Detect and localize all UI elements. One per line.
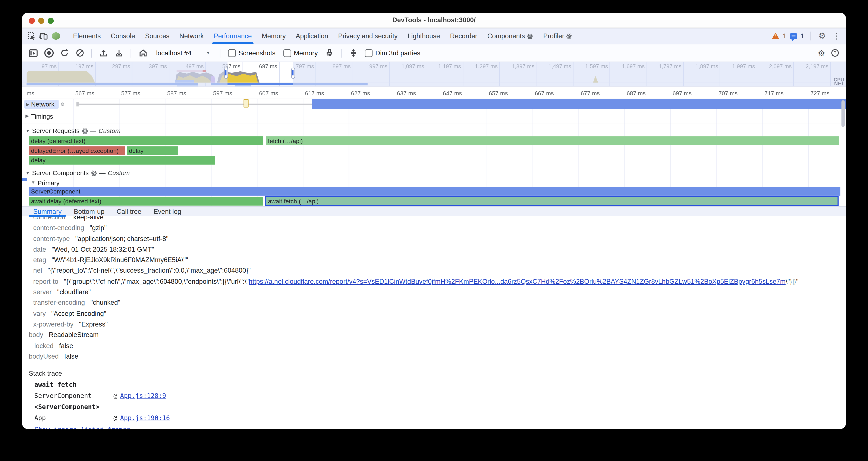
ruler-tick: 637 ms xyxy=(397,90,416,96)
network-track[interactable]: ▶ Network xyxy=(22,99,846,110)
chevron-down-icon: ▼ xyxy=(206,51,210,55)
screenshots-checkbox[interactable]: Screenshots xyxy=(225,49,278,57)
issues-icon[interactable] xyxy=(790,33,797,39)
screen: DevTools - localhost:3000/ ElementsConso… xyxy=(0,0,868,461)
tab-profiler[interactable]: Profiler xyxy=(538,28,578,44)
dash: — xyxy=(90,127,96,134)
property-value: false xyxy=(59,342,73,349)
tab-recorder[interactable]: Recorder xyxy=(445,28,483,44)
clear-icon[interactable] xyxy=(73,47,86,59)
history-select-value: localhost #4 xyxy=(156,49,192,57)
network-queued-marker[interactable] xyxy=(244,99,248,108)
help-icon[interactable]: ? xyxy=(828,47,841,59)
summary-pane: connection"keep-alive"content-encoding"g… xyxy=(22,216,846,429)
inspect-element-icon[interactable] xyxy=(25,31,38,42)
show-ignore-listed-frames-link[interactable]: Show ignore-listed frames xyxy=(34,426,130,429)
save-profile-icon[interactable] xyxy=(112,47,126,59)
svg-text:?: ? xyxy=(833,50,836,56)
divider xyxy=(341,49,342,57)
property-key: vary xyxy=(33,310,46,317)
kebab-menu-icon[interactable]: ⋮ xyxy=(831,31,842,41)
property-value: "gzip" xyxy=(90,224,106,232)
flame-bar[interactable]: delay (deferred text) xyxy=(29,137,263,145)
property-key: date xyxy=(33,246,46,253)
expand-triangle-icon[interactable]: ▼ xyxy=(25,128,30,133)
flame-bar[interactable]: delay xyxy=(127,146,178,155)
server-requests-track-header[interactable]: ▼ Server Requests — Custom xyxy=(22,126,846,135)
flame-bar[interactable]: delay xyxy=(29,156,215,165)
tab-performance[interactable]: Performance xyxy=(209,28,257,44)
tab-console[interactable]: Console xyxy=(106,28,140,44)
device-toolbar-icon[interactable] xyxy=(38,31,50,42)
property-row: etag"W/\"4b1-RjEJloX9kRinu6F0MAZMmy6E5iA… xyxy=(22,255,846,266)
property-row: server"cloudflare" xyxy=(22,287,846,298)
flamechart-tracks: ▶ Network ▶ Timings ▼ Server Requests — xyxy=(22,99,846,206)
frame-function: <ServerComponent> xyxy=(34,401,114,412)
tab-lighthouse[interactable]: Lighthouse xyxy=(403,28,445,44)
selection-handle-left[interactable] xyxy=(224,67,228,79)
warning-icon[interactable] xyxy=(772,33,779,39)
collect-garbage-icon[interactable] xyxy=(323,47,336,59)
history-select[interactable]: localhost #4 ▼ xyxy=(152,49,215,57)
collapse-triangle-icon[interactable]: ▶ xyxy=(25,114,29,118)
tab-application[interactable]: Application xyxy=(291,28,333,44)
details-tab-summary[interactable]: Summary xyxy=(28,207,67,216)
ruler-tick: 697 ms xyxy=(673,90,691,96)
tab-elements[interactable]: Elements xyxy=(68,28,106,44)
tab-components[interactable]: Components xyxy=(482,28,538,44)
collapse-triangle-icon[interactable]: ▶ xyxy=(26,102,29,107)
ruler-tick: 567 ms xyxy=(75,90,94,96)
memory-checkbox[interactable]: Memory xyxy=(280,49,320,57)
details-tab-event-log[interactable]: Event log xyxy=(148,207,187,216)
flamechart-settings-icon[interactable] xyxy=(347,47,360,59)
network-request-bar[interactable] xyxy=(312,99,846,109)
flame-bar[interactable]: fetch (…/api) xyxy=(266,137,839,145)
stack-frame: await fetch xyxy=(34,379,846,390)
flame-bar[interactable]: delayedError (…ayed exception) xyxy=(29,146,125,155)
selection-handle-right[interactable] xyxy=(291,67,295,79)
toggle-sidebar-icon[interactable] xyxy=(27,47,40,59)
record-icon[interactable] xyxy=(42,47,55,59)
flame-bar[interactable]: ServerComponent xyxy=(29,187,840,196)
screenshots-label: Screenshots xyxy=(239,49,276,57)
expand-triangle-icon[interactable]: ▼ xyxy=(31,180,35,185)
primary-group-header[interactable]: ▼ Primary xyxy=(22,178,846,187)
react-atom-icon xyxy=(82,128,88,134)
server-requests-title: Server Requests xyxy=(32,127,80,134)
live-metrics-home-icon[interactable] xyxy=(136,47,150,59)
dim-3rd-parties-checkbox[interactable]: Dim 3rd parties xyxy=(362,49,423,57)
property-value: ReadableStream xyxy=(49,331,98,339)
load-profile-icon[interactable] xyxy=(97,47,110,59)
flame-bar[interactable]: await delay (deferred text) xyxy=(29,197,263,205)
record-and-reload-icon[interactable] xyxy=(58,47,71,59)
details-tab-bottom-up[interactable]: Bottom-up xyxy=(68,207,110,216)
tab-privacy-and-security[interactable]: Privacy and security xyxy=(333,28,403,44)
property-value: "keep-alive" xyxy=(71,216,106,221)
report-to-url-link[interactable]: https://a.nel.cloudflare.com/report/v4?s… xyxy=(249,278,786,285)
source-location-link[interactable]: App.js:190:16 xyxy=(120,412,170,424)
timeline-overview[interactable]: 97 ms197 ms297 ms397 ms497 ms597 ms697 m… xyxy=(22,62,846,87)
primary-group-label: Primary xyxy=(38,179,60,186)
track-config-icon[interactable] xyxy=(61,103,64,106)
custom-badge: Custom xyxy=(99,127,121,134)
property-key: transfer-encoding xyxy=(33,299,85,307)
timings-track-header[interactable]: ▶ Timings xyxy=(22,111,846,121)
capture-settings-gear-icon[interactable]: ⚙ xyxy=(815,47,828,59)
property-row: x-powered-by"Express" xyxy=(22,319,846,330)
vertical-scrollbar-thumb[interactable] xyxy=(841,100,845,127)
flame-bar[interactable]: await fetch (…/api) xyxy=(266,197,838,205)
nodejs-devtools-icon[interactable] xyxy=(50,31,62,42)
checkbox-box xyxy=(283,49,291,57)
tab-sources[interactable]: Sources xyxy=(140,28,175,44)
property-key: connection xyxy=(33,216,65,221)
react-atom-icon xyxy=(566,33,572,39)
ruler-tick: 607 ms xyxy=(259,90,278,96)
tab-network[interactable]: Network xyxy=(175,28,209,44)
tab-memory[interactable]: Memory xyxy=(257,28,291,44)
expand-triangle-icon[interactable]: ▼ xyxy=(25,170,30,175)
details-tab-call-tree[interactable]: Call tree xyxy=(111,207,147,216)
source-location-link[interactable]: App.js:128:9 xyxy=(120,390,166,401)
server-components-track-header[interactable]: ▼ Server Components — Custom xyxy=(22,169,846,177)
settings-gear-icon[interactable]: ⚙ xyxy=(817,31,828,41)
network-track-header[interactable]: ▶ Network xyxy=(24,100,59,109)
